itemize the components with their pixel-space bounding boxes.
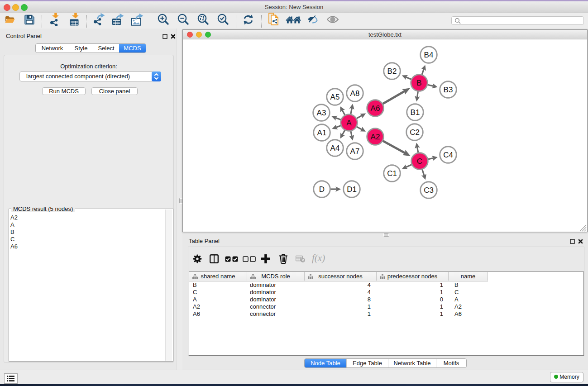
svg-text:C3: C3: [424, 186, 434, 195]
svg-text:D1: D1: [347, 185, 357, 194]
svg-text:B3: B3: [444, 86, 453, 94]
svg-text:A2: A2: [371, 133, 380, 141]
svg-text:B4: B4: [424, 51, 434, 59]
svg-text:D: D: [319, 185, 325, 194]
svg-text:A5: A5: [330, 93, 340, 101]
svg-text:C4: C4: [443, 151, 453, 159]
svg-text:A8: A8: [350, 89, 360, 98]
svg-text:A3: A3: [317, 109, 326, 117]
svg-text:A7: A7: [350, 147, 360, 156]
svg-text:A1: A1: [317, 129, 327, 137]
svg-text:B2: B2: [387, 67, 397, 76]
svg-text:C1: C1: [387, 169, 397, 178]
svg-text:B1: B1: [411, 108, 420, 117]
svg-text:A: A: [346, 119, 352, 127]
svg-text:C: C: [417, 157, 422, 166]
svg-text:A6: A6: [371, 104, 380, 113]
svg-text:B: B: [416, 79, 421, 87]
svg-text:C2: C2: [410, 128, 420, 137]
svg-text:A4: A4: [330, 144, 340, 152]
